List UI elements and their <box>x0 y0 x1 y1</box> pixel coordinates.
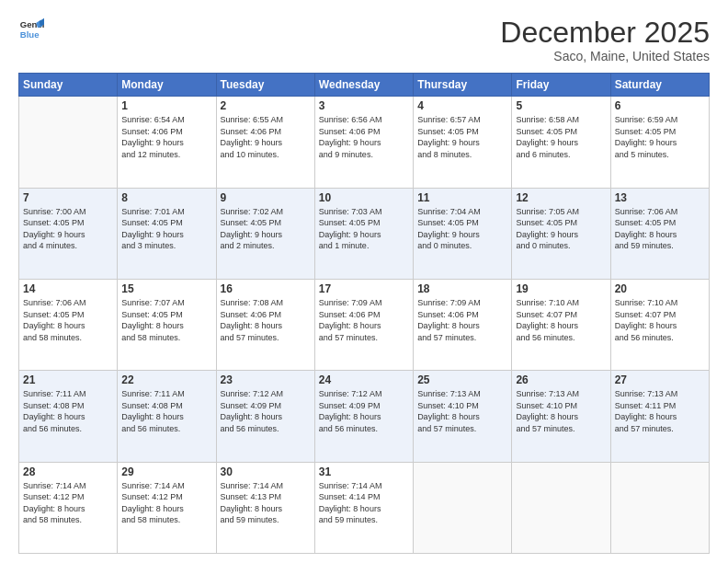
day-number: 19 <box>516 282 606 295</box>
calendar-cell: 7Sunrise: 7:00 AM Sunset: 4:05 PM Daylig… <box>19 188 118 279</box>
day-info: Sunrise: 6:56 AM Sunset: 4:06 PM Dayligh… <box>319 114 409 160</box>
day-info: Sunrise: 7:06 AM Sunset: 4:05 PM Dayligh… <box>23 297 113 343</box>
calendar-cell: 2Sunrise: 6:55 AM Sunset: 4:06 PM Daylig… <box>216 97 314 188</box>
day-number: 21 <box>23 373 113 386</box>
day-number: 26 <box>516 373 606 386</box>
calendar-cell: 3Sunrise: 6:56 AM Sunset: 4:06 PM Daylig… <box>314 97 413 188</box>
day-info: Sunrise: 6:54 AM Sunset: 4:06 PM Dayligh… <box>121 114 211 160</box>
calendar-cell: 21Sunrise: 7:11 AM Sunset: 4:08 PM Dayli… <box>19 371 118 462</box>
day-info: Sunrise: 7:03 AM Sunset: 4:05 PM Dayligh… <box>319 206 409 252</box>
svg-text:Blue: Blue <box>20 29 40 40</box>
calendar-cell: 22Sunrise: 7:11 AM Sunset: 4:08 PM Dayli… <box>118 371 216 462</box>
day-info: Sunrise: 7:12 AM Sunset: 4:09 PM Dayligh… <box>319 388 409 434</box>
calendar-cell: 27Sunrise: 7:13 AM Sunset: 4:11 PM Dayli… <box>610 371 709 462</box>
calendar-cell: 17Sunrise: 7:09 AM Sunset: 4:06 PM Dayli… <box>314 279 413 370</box>
calendar-week-2: 7Sunrise: 7:00 AM Sunset: 4:05 PM Daylig… <box>19 188 710 279</box>
day-info: Sunrise: 7:09 AM Sunset: 4:06 PM Dayligh… <box>417 297 507 343</box>
day-info: Sunrise: 7:05 AM Sunset: 4:05 PM Dayligh… <box>516 206 606 252</box>
day-info: Sunrise: 7:11 AM Sunset: 4:08 PM Dayligh… <box>23 388 113 434</box>
day-info: Sunrise: 7:14 AM Sunset: 4:14 PM Dayligh… <box>319 480 409 526</box>
day-info: Sunrise: 6:57 AM Sunset: 4:05 PM Dayligh… <box>417 114 507 160</box>
day-number: 23 <box>221 373 311 386</box>
col-thursday: Thursday <box>414 74 512 97</box>
day-info: Sunrise: 7:01 AM Sunset: 4:05 PM Dayligh… <box>121 206 211 252</box>
calendar-cell: 16Sunrise: 7:08 AM Sunset: 4:06 PM Dayli… <box>216 279 314 370</box>
day-info: Sunrise: 7:14 AM Sunset: 4:13 PM Dayligh… <box>221 480 311 526</box>
day-info: Sunrise: 6:58 AM Sunset: 4:05 PM Dayligh… <box>516 114 606 160</box>
calendar-week-4: 21Sunrise: 7:11 AM Sunset: 4:08 PM Dayli… <box>19 371 710 462</box>
day-info: Sunrise: 6:55 AM Sunset: 4:06 PM Dayligh… <box>221 114 311 160</box>
calendar-cell: 30Sunrise: 7:14 AM Sunset: 4:13 PM Dayli… <box>216 462 314 553</box>
day-info: Sunrise: 7:07 AM Sunset: 4:05 PM Dayligh… <box>121 297 211 343</box>
day-number: 18 <box>417 282 507 295</box>
logo-icon: General Blue <box>18 17 44 42</box>
calendar-cell: 20Sunrise: 7:10 AM Sunset: 4:07 PM Dayli… <box>610 279 709 370</box>
calendar-cell: 25Sunrise: 7:13 AM Sunset: 4:10 PM Dayli… <box>414 371 512 462</box>
calendar-cell <box>610 462 709 553</box>
logo: General Blue <box>18 17 44 42</box>
col-friday: Friday <box>512 74 610 97</box>
day-number: 2 <box>221 99 311 112</box>
col-monday: Monday <box>118 74 216 97</box>
calendar-cell: 9Sunrise: 7:02 AM Sunset: 4:05 PM Daylig… <box>216 188 314 279</box>
day-number: 20 <box>615 282 705 295</box>
day-number: 8 <box>121 191 211 204</box>
title-section: December 2025 Saco, Maine, United States <box>500 17 710 63</box>
calendar-cell: 10Sunrise: 7:03 AM Sunset: 4:05 PM Dayli… <box>314 188 413 279</box>
calendar-cell: 8Sunrise: 7:01 AM Sunset: 4:05 PM Daylig… <box>118 188 216 279</box>
day-number: 4 <box>417 99 507 112</box>
day-info: Sunrise: 7:13 AM Sunset: 4:10 PM Dayligh… <box>417 388 507 434</box>
day-info: Sunrise: 7:06 AM Sunset: 4:05 PM Dayligh… <box>615 206 705 252</box>
calendar: Sunday Monday Tuesday Wednesday Thursday… <box>18 73 710 554</box>
day-number: 24 <box>319 373 409 386</box>
day-info: Sunrise: 7:13 AM Sunset: 4:10 PM Dayligh… <box>516 388 606 434</box>
day-number: 10 <box>319 191 409 204</box>
calendar-cell: 1Sunrise: 6:54 AM Sunset: 4:06 PM Daylig… <box>118 97 216 188</box>
day-number: 9 <box>221 191 311 204</box>
calendar-cell: 23Sunrise: 7:12 AM Sunset: 4:09 PM Dayli… <box>216 371 314 462</box>
day-info: Sunrise: 6:59 AM Sunset: 4:05 PM Dayligh… <box>615 114 705 160</box>
col-tuesday: Tuesday <box>216 74 314 97</box>
calendar-week-1: 1Sunrise: 6:54 AM Sunset: 4:06 PM Daylig… <box>19 97 710 188</box>
day-info: Sunrise: 7:10 AM Sunset: 4:07 PM Dayligh… <box>615 297 705 343</box>
day-number: 5 <box>516 99 606 112</box>
day-info: Sunrise: 7:02 AM Sunset: 4:05 PM Dayligh… <box>221 206 311 252</box>
day-info: Sunrise: 7:11 AM Sunset: 4:08 PM Dayligh… <box>121 388 211 434</box>
calendar-cell <box>414 462 512 553</box>
calendar-cell: 6Sunrise: 6:59 AM Sunset: 4:05 PM Daylig… <box>610 97 709 188</box>
day-number: 27 <box>615 373 705 386</box>
day-number: 15 <box>121 282 211 295</box>
day-number: 6 <box>615 99 705 112</box>
calendar-cell <box>19 97 118 188</box>
day-number: 7 <box>23 191 113 204</box>
day-info: Sunrise: 7:12 AM Sunset: 4:09 PM Dayligh… <box>221 388 311 434</box>
day-info: Sunrise: 7:09 AM Sunset: 4:06 PM Dayligh… <box>319 297 409 343</box>
calendar-cell: 26Sunrise: 7:13 AM Sunset: 4:10 PM Dayli… <box>512 371 610 462</box>
day-number: 14 <box>23 282 113 295</box>
col-wednesday: Wednesday <box>314 74 413 97</box>
day-number: 30 <box>221 465 311 478</box>
calendar-cell: 28Sunrise: 7:14 AM Sunset: 4:12 PM Dayli… <box>19 462 118 553</box>
day-number: 25 <box>417 373 507 386</box>
day-info: Sunrise: 7:14 AM Sunset: 4:12 PM Dayligh… <box>23 480 113 526</box>
calendar-cell: 4Sunrise: 6:57 AM Sunset: 4:05 PM Daylig… <box>414 97 512 188</box>
calendar-cell: 18Sunrise: 7:09 AM Sunset: 4:06 PM Dayli… <box>414 279 512 370</box>
calendar-cell: 11Sunrise: 7:04 AM Sunset: 4:05 PM Dayli… <box>414 188 512 279</box>
month-title: December 2025 <box>500 17 710 49</box>
day-info: Sunrise: 7:00 AM Sunset: 4:05 PM Dayligh… <box>23 206 113 252</box>
location: Saco, Maine, United States <box>500 49 710 63</box>
calendar-cell: 15Sunrise: 7:07 AM Sunset: 4:05 PM Dayli… <box>118 279 216 370</box>
calendar-week-5: 28Sunrise: 7:14 AM Sunset: 4:12 PM Dayli… <box>19 462 710 553</box>
day-number: 16 <box>221 282 311 295</box>
calendar-cell: 14Sunrise: 7:06 AM Sunset: 4:05 PM Dayli… <box>19 279 118 370</box>
day-number: 3 <box>319 99 409 112</box>
calendar-cell: 5Sunrise: 6:58 AM Sunset: 4:05 PM Daylig… <box>512 97 610 188</box>
day-info: Sunrise: 7:13 AM Sunset: 4:11 PM Dayligh… <box>615 388 705 434</box>
day-number: 11 <box>417 191 507 204</box>
day-number: 1 <box>121 99 211 112</box>
day-number: 13 <box>615 191 705 204</box>
calendar-cell: 24Sunrise: 7:12 AM Sunset: 4:09 PM Dayli… <box>314 371 413 462</box>
calendar-week-3: 14Sunrise: 7:06 AM Sunset: 4:05 PM Dayli… <box>19 279 710 370</box>
day-number: 28 <box>23 465 113 478</box>
day-number: 17 <box>319 282 409 295</box>
